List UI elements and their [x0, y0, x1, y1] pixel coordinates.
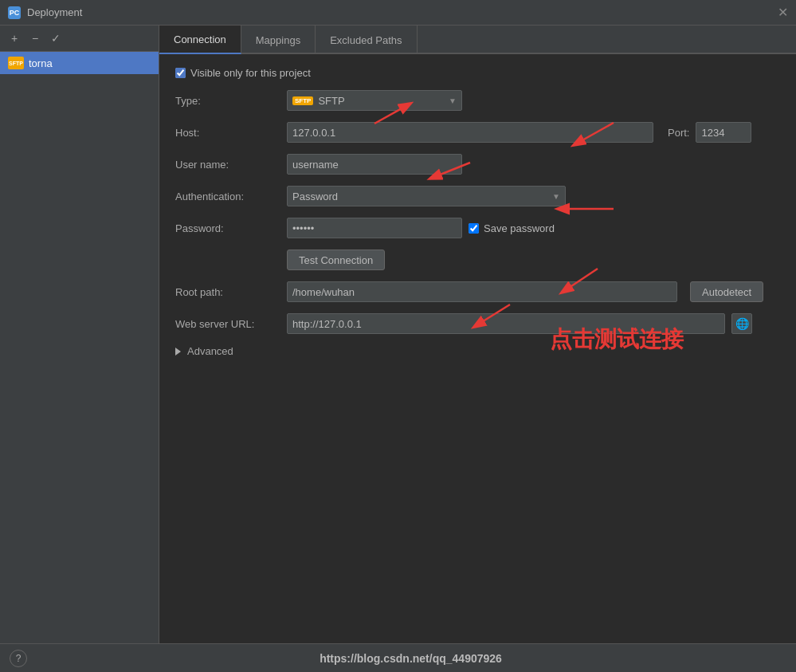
advanced-arrow-icon	[175, 348, 181, 356]
advanced-label: Advanced	[187, 345, 233, 357]
form-panel: Visible only for this project Type: SFTP…	[159, 54, 796, 643]
type-value: SFTP	[318, 95, 444, 107]
add-server-button[interactable]: +	[6, 30, 22, 46]
root-path-control-group: Autodetect	[287, 281, 780, 302]
autodetect-button[interactable]: Autodetect	[690, 281, 763, 302]
auth-dropdown[interactable]: Password ▼	[287, 186, 566, 206]
auth-control-group: Password ▼	[287, 186, 780, 206]
auth-label: Authentication:	[175, 191, 287, 202]
username-label: User name:	[175, 159, 287, 171]
password-control-group: Save password	[287, 218, 780, 238]
root-path-input[interactable]	[287, 281, 677, 302]
password-row: Password: Save password	[175, 218, 780, 238]
sidebar-item-torna[interactable]: SFTP torna	[0, 52, 159, 74]
web-server-url-row: Web server URL: 🌐	[175, 313, 780, 334]
username-input[interactable]	[287, 154, 462, 175]
type-dropdown[interactable]: SFTP SFTP ▼	[287, 90, 462, 111]
save-password-row: Save password	[469, 222, 555, 234]
sidebar: + − ✓ SFTP torna	[0, 26, 159, 643]
bottom-annotation: https://blog.csdn.net/qq_44907926	[35, 652, 786, 665]
app-icon: PC	[8, 6, 21, 19]
chevron-down-icon: ▼	[449, 96, 457, 105]
content-wrapper: Connection Mappings Excluded Paths Visib…	[159, 26, 796, 643]
tab-excluded-paths[interactable]: Excluded Paths	[316, 26, 417, 54]
visible-only-row: Visible only for this project	[175, 67, 780, 79]
password-input[interactable]	[287, 218, 462, 238]
main-layout: + − ✓ SFTP torna Connection Mappings Exc…	[0, 26, 796, 643]
test-connection-group: Test Connection	[287, 250, 780, 270]
tab-connection[interactable]: Connection	[159, 26, 241, 54]
save-password-checkbox[interactable]	[469, 223, 479, 234]
host-control-group: Port:	[287, 122, 780, 143]
username-row: User name:	[175, 154, 780, 175]
advanced-section[interactable]: Advanced	[175, 345, 780, 357]
host-label: Host:	[175, 127, 287, 139]
web-server-url-input[interactable]	[287, 313, 725, 334]
type-control-group: SFTP SFTP ▼	[287, 90, 780, 111]
web-server-url-label: Web server URL:	[175, 318, 287, 330]
remove-server-button[interactable]: −	[27, 30, 43, 46]
tab-mappings[interactable]: Mappings	[241, 26, 316, 54]
title-bar: PC Deployment ✕	[0, 0, 796, 26]
visible-only-label: Visible only for this project	[190, 67, 311, 79]
port-label: Port:	[668, 127, 689, 139]
root-path-label: Root path:	[175, 286, 287, 298]
sidebar-item-label: torna	[29, 57, 53, 69]
type-row: Type: SFTP SFTP ▼	[175, 90, 780, 111]
host-input[interactable]	[287, 122, 653, 143]
username-control-group	[287, 154, 780, 175]
test-connection-button[interactable]: Test Connection	[287, 250, 385, 270]
sftp-icon: SFTP	[8, 57, 24, 69]
save-password-label: Save password	[484, 222, 555, 234]
visible-only-checkbox[interactable]	[175, 68, 186, 78]
host-row: Host: Port:	[175, 122, 780, 143]
root-path-row: Root path: Autodetect	[175, 281, 780, 302]
web-server-url-control-group: 🌐	[287, 313, 780, 334]
window-title: Deployment	[27, 6, 82, 18]
auth-value: Password	[292, 191, 552, 202]
test-connection-row: Test Connection	[175, 250, 780, 270]
type-label: Type:	[175, 95, 287, 107]
help-button[interactable]: ?	[10, 650, 27, 667]
close-button[interactable]: ✕	[778, 6, 788, 19]
confirm-button[interactable]: ✓	[48, 30, 64, 46]
bottom-bar: ? https://blog.csdn.net/qq_44907926	[0, 643, 796, 672]
auth-chevron-icon: ▼	[552, 192, 560, 201]
auth-row: Authentication: Password ▼	[175, 186, 780, 206]
password-label: Password:	[175, 222, 287, 234]
sidebar-toolbar: + − ✓	[0, 26, 159, 52]
sftp-badge: SFTP	[292, 96, 313, 105]
globe-icon[interactable]: 🌐	[731, 313, 752, 334]
tab-bar: Connection Mappings Excluded Paths	[159, 26, 796, 54]
port-input[interactable]	[696, 122, 751, 143]
